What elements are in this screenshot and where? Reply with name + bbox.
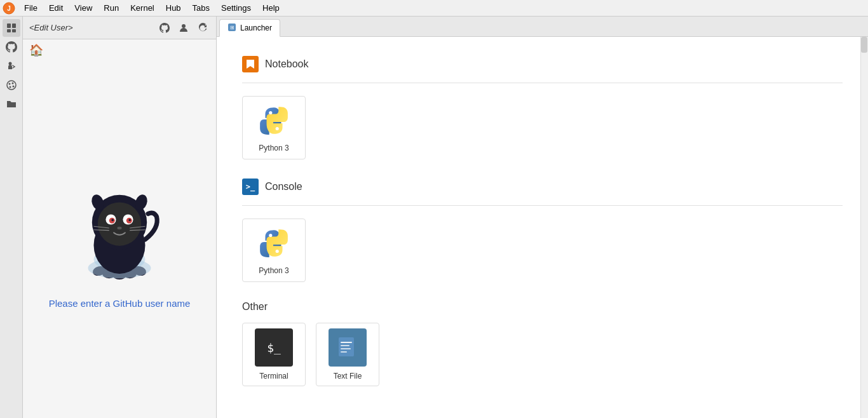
svg-marker-38 <box>247 60 254 69</box>
app-logo: J <box>3 2 15 15</box>
notebook-python3-card[interactable]: Python 3 <box>242 96 306 159</box>
svg-point-10 <box>12 86 14 88</box>
textfile-card[interactable]: Text File <box>316 323 379 386</box>
console-python3-card[interactable]: Python 3 <box>242 219 306 282</box>
console-divider <box>242 205 843 206</box>
sidebar-content: Please enter a GitHub user name <box>23 61 216 418</box>
svg-point-6 <box>8 62 11 65</box>
svg-point-30 <box>128 219 131 221</box>
notebook-divider <box>242 83 843 83</box>
svg-point-31 <box>117 226 121 229</box>
menubar: J File Edit View Run Kernel Hub Tabs Set… <box>0 0 868 17</box>
folder-button[interactable] <box>3 95 20 113</box>
sidebar-home-row: 🏠 <box>23 39 216 61</box>
svg-rect-45 <box>341 345 349 346</box>
palette-button[interactable] <box>3 76 20 94</box>
other-section-title: Other <box>242 301 268 313</box>
refresh-icon[interactable] <box>196 21 210 35</box>
svg-rect-4 <box>7 29 11 32</box>
other-cards: $_ Terminal <box>242 323 843 386</box>
notebook-cards: Python 3 <box>242 96 843 159</box>
svg-rect-2 <box>7 24 11 28</box>
svg-point-11 <box>9 86 11 88</box>
launcher-tab-label: Launcher <box>240 24 272 32</box>
sidebar-title: <Edit User> <box>29 23 153 32</box>
textfile-icon-box <box>329 328 367 367</box>
menu-help[interactable]: Help <box>257 2 285 14</box>
menu-file[interactable]: File <box>19 2 43 14</box>
terminal-card[interactable]: $_ Terminal <box>242 323 306 386</box>
scrollbar-thumb[interactable] <box>861 37 867 53</box>
svg-point-40 <box>276 127 279 130</box>
tab-launcher[interactable]: ⊞ Launcher <box>219 19 280 37</box>
svg-point-7 <box>7 81 16 90</box>
tab-bar: ⊞ Launcher <box>217 17 868 37</box>
svg-text:⊞: ⊞ <box>230 25 234 30</box>
svg-point-8 <box>8 83 10 85</box>
home-button[interactable]: 🏠 <box>29 43 210 57</box>
notebook-icon <box>242 56 259 72</box>
notebook-section-title: Notebook <box>265 58 309 70</box>
svg-point-39 <box>269 111 272 114</box>
content-area: ⊞ Launcher Notebook <box>217 17 868 418</box>
user-icon[interactable] <box>177 21 191 35</box>
console-icon: >_ <box>242 179 259 195</box>
svg-rect-46 <box>341 348 351 349</box>
textfile-card-icon <box>329 328 367 367</box>
scrollbar-track[interactable] <box>860 37 868 418</box>
svg-rect-5 <box>12 29 16 32</box>
svg-point-29 <box>111 219 114 221</box>
github-button[interactable] <box>3 38 20 56</box>
menu-hub[interactable]: Hub <box>161 2 186 14</box>
svg-point-41 <box>269 234 272 237</box>
menu-settings[interactable]: Settings <box>216 2 256 14</box>
files-button[interactable] <box>3 19 20 37</box>
github-icon[interactable] <box>158 21 172 35</box>
menu-run[interactable]: Run <box>98 2 124 14</box>
textfile-label: Text File <box>334 372 362 381</box>
terminal-icon-box: $_ <box>255 328 293 367</box>
svg-point-42 <box>276 250 279 253</box>
menu-kernel[interactable]: Kernel <box>125 2 159 14</box>
console-cards: Python 3 <box>242 219 843 282</box>
menu-edit[interactable]: Edit <box>44 2 68 14</box>
svg-rect-43 <box>339 337 354 356</box>
terminal-symbol: $_ <box>267 341 281 354</box>
sidebar: <Edit User> 🏠 <box>23 17 217 418</box>
notebook-python3-label: Python 3 <box>259 144 288 152</box>
python3-console-icon <box>255 226 293 261</box>
svg-rect-47 <box>341 351 347 353</box>
console-section-title: Console <box>265 181 302 192</box>
launcher-content: Notebook <box>217 37 868 418</box>
main-container: <Edit User> 🏠 <box>0 17 868 418</box>
menu-tabs[interactable]: Tabs <box>187 2 215 14</box>
other-section-header: Other <box>242 301 843 313</box>
svg-point-12 <box>182 24 186 28</box>
terminal-card-icon: $_ <box>255 328 293 367</box>
svg-point-24 <box>98 202 141 245</box>
svg-rect-3 <box>12 24 16 28</box>
sidebar-prompt: Please enter a GitHub user name <box>49 298 191 309</box>
python3-notebook-icon <box>255 103 293 138</box>
icon-bar <box>0 17 23 418</box>
console-python3-label: Python 3 <box>259 266 288 275</box>
terminal-label: Terminal <box>259 372 288 381</box>
notebook-section-header: Notebook <box>242 56 843 72</box>
github-mascot <box>62 171 177 285</box>
svg-point-9 <box>11 83 13 84</box>
menu-view[interactable]: View <box>69 2 97 14</box>
console-section-header: >_ Console <box>242 179 843 195</box>
launcher-tab-icon: ⊞ <box>227 23 236 33</box>
sidebar-header: <Edit User> <box>23 17 216 39</box>
svg-text:J: J <box>7 5 11 12</box>
svg-rect-44 <box>341 342 352 343</box>
running-button[interactable] <box>3 57 20 75</box>
